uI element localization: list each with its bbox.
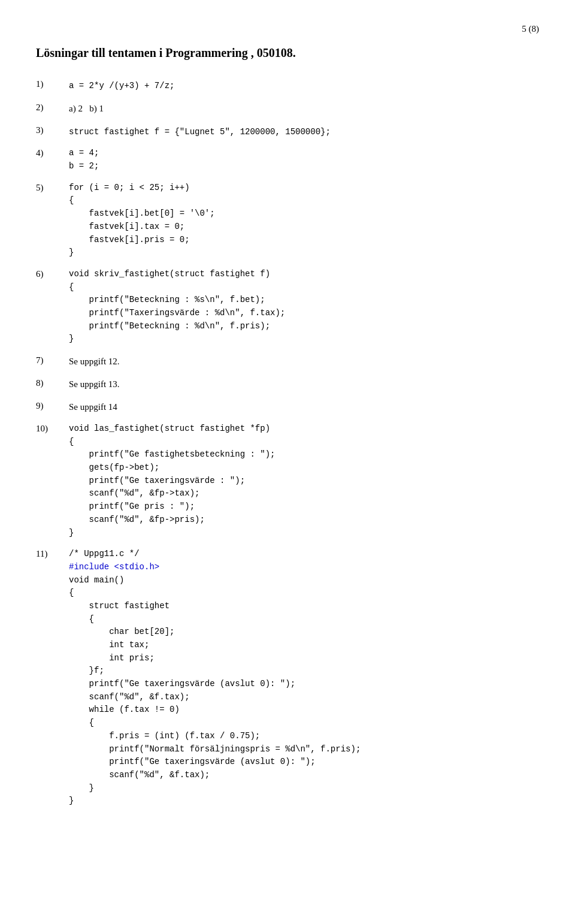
section-content-3: struct fastighet f = {"Lugnet 5", 120000… bbox=[69, 124, 539, 139]
section-3: 3) struct fastighet f = {"Lugnet 5", 120… bbox=[36, 124, 539, 139]
section-number-5: 5) bbox=[36, 182, 69, 193]
page-number: 5 (8) bbox=[36, 24, 539, 34]
section-number-6: 6) bbox=[36, 268, 69, 279]
code-4: a = 4; b = 2; bbox=[69, 147, 539, 173]
section-1: 1) a = 2*y /(y+3) + 7/z; bbox=[36, 78, 539, 93]
include-directive: #include <stdio.h> bbox=[69, 562, 159, 572]
section-content-10: void las_fastighet(struct fastighet *fp)… bbox=[69, 422, 539, 539]
text-2: a) 2 b) 1 bbox=[69, 104, 104, 113]
section-7: 7) Se uppgift 12. bbox=[36, 354, 539, 369]
code-11: /* Uppg11.c */ #include <stdio.h> void m… bbox=[69, 548, 539, 808]
section-10: 10) void las_fastighet(struct fastighet … bbox=[36, 422, 539, 539]
main-title: Lösningar till tentamen i Programmering … bbox=[36, 46, 539, 60]
section-content-6: void skriv_fastighet(struct fastighet f)… bbox=[69, 268, 539, 346]
code-3: struct fastighet f = {"Lugnet 5", 120000… bbox=[69, 127, 331, 137]
section-content-2: a) 2 b) 1 bbox=[69, 101, 539, 116]
section-8: 8) Se uppgift 13. bbox=[36, 377, 539, 391]
code-10: void las_fastighet(struct fastighet *fp)… bbox=[69, 422, 539, 539]
code-5: for (i = 0; i < 25; i++) { fastvek[i].be… bbox=[69, 182, 539, 259]
section-6: 6) void skriv_fastighet(struct fastighet… bbox=[36, 268, 539, 346]
section-11: 11) /* Uppg11.c */ #include <stdio.h> vo… bbox=[36, 548, 539, 808]
section-5: 5) for (i = 0; i < 25; i++) { fastvek[i]… bbox=[36, 182, 539, 259]
section-9: 9) Se uppgift 14 bbox=[36, 400, 539, 414]
section-number-2: 2) bbox=[36, 101, 69, 113]
section-number-8: 8) bbox=[36, 377, 69, 388]
section-content-11: /* Uppg11.c */ #include <stdio.h> void m… bbox=[69, 548, 539, 808]
section-content-7: Se uppgift 12. bbox=[69, 354, 539, 369]
code-1: a = 2*y /(y+3) + 7/z; bbox=[69, 81, 174, 90]
section-number-9: 9) bbox=[36, 400, 69, 411]
section-content-1: a = 2*y /(y+3) + 7/z; bbox=[69, 78, 539, 93]
section-number-10: 10) bbox=[36, 422, 69, 434]
code-6: void skriv_fastighet(struct fastighet f)… bbox=[69, 268, 539, 346]
section-2: 2) a) 2 b) 1 bbox=[36, 101, 539, 116]
section-content-5: for (i = 0; i < 25; i++) { fastvek[i].be… bbox=[69, 182, 539, 259]
section-number-4: 4) bbox=[36, 147, 69, 158]
section-4: 4) a = 4; b = 2; bbox=[36, 147, 539, 173]
section-number-1: 1) bbox=[36, 78, 69, 89]
section-content-9: Se uppgift 14 bbox=[69, 400, 539, 414]
section-number-7: 7) bbox=[36, 354, 69, 366]
section-number-11: 11) bbox=[36, 548, 69, 559]
text-7: Se uppgift 12. bbox=[69, 357, 120, 366]
text-9: Se uppgift 14 bbox=[69, 402, 117, 412]
section-content-4: a = 4; b = 2; bbox=[69, 147, 539, 173]
section-number-3: 3) bbox=[36, 124, 69, 135]
text-8: Se uppgift 13. bbox=[69, 379, 120, 389]
section-content-8: Se uppgift 13. bbox=[69, 377, 539, 391]
